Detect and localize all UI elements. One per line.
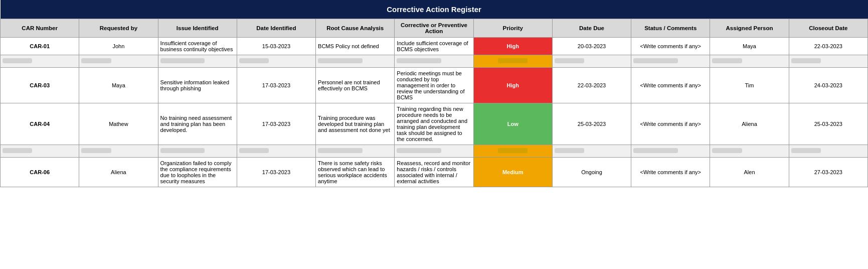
header-corrective-action: Corrective or Preventive Action [395,19,473,38]
priority-cell: High [473,38,552,55]
root-cause-cell: Training procedure was developed but tra… [316,103,395,145]
root-cause-cell: BCMS Policy not defined [316,38,395,55]
issue-cell: Organization failed to comply the compli… [158,158,237,187]
table-body: CAR-01JohnInsufficient coverage of busin… [1,38,868,187]
status-cell: <Write comments if any> [631,158,710,187]
requested-by-cell: Mathew [79,103,158,145]
closeout-cell: 27-03-2023 [789,158,867,187]
blurred-cell [158,145,237,158]
header-car-number: CAR Number [1,19,79,38]
date-due-cell: 25-03-2023 [552,103,631,145]
closeout-cell: 25-03-2023 [789,103,867,145]
issue-cell: Insufficient coverage of business contin… [158,38,237,55]
assigned-cell: Alen [710,158,789,187]
status-cell: <Write comments if any> [631,68,710,103]
status-cell: <Write comments if any> [631,103,710,145]
issue-cell: Sensitive information leaked through phi… [158,68,237,103]
blurred-cell [789,55,867,68]
corrective-action-cell: Reassess, record and monitor hazards / r… [395,158,473,187]
car-number-cell: CAR-04 [1,103,79,145]
date-cell: 17-03-2023 [237,68,315,103]
header-status-comments: Status / Comments [631,19,710,38]
blurred-cell [316,145,395,158]
root-cause-cell: There is some safety risks observed whic… [316,158,395,187]
date-cell: 17-03-2023 [237,103,315,145]
header-closeout-date: Closeout Date [789,19,867,38]
table-row [1,55,868,68]
closeout-cell: 22-03-2023 [789,38,867,55]
table-row: CAR-04MathewNo training need assessment … [1,103,868,145]
closeout-cell: 24-03-2023 [789,68,867,103]
car-number-cell: CAR-06 [1,158,79,187]
table-title: Corrective Action Register [1,0,868,19]
blurred-cell [1,55,79,68]
table-row: CAR-06AlienaOrganization failed to compl… [1,158,868,187]
blurred-cell [789,145,867,158]
blurred-cell [710,145,789,158]
table-row [1,145,868,158]
header-priority: Priority [473,19,552,38]
date-due-cell: 20-03-2023 [552,38,631,55]
blurred-cell [79,145,158,158]
requested-by-cell: John [79,38,158,55]
table-row: CAR-03MayaSensitive information leaked t… [1,68,868,103]
title-row: Corrective Action Register [1,0,868,19]
blurred-cell [552,145,631,158]
blurred-cell [237,145,315,158]
header-date-identified: Date Identified [237,19,315,38]
issue-cell: No training need assessment and training… [158,103,237,145]
header-issue-identified: Issue Identified [158,19,237,38]
blurred-cell [552,55,631,68]
car-number-cell: CAR-03 [1,68,79,103]
requested-by-cell: Maya [79,68,158,103]
requested-by-cell: Aliena [79,158,158,187]
corrective-action-cell: Include sufficient coverage of BCMS obje… [395,38,473,55]
date-cell: 17-03-2023 [237,158,315,187]
assigned-cell: Aliena [710,103,789,145]
assigned-cell: Tim [710,68,789,103]
corrective-action-cell: Training regarding this new procedure ne… [395,103,473,145]
priority-cell: Low [473,103,552,145]
header-requested-by: Requested by [79,19,158,38]
date-cell: 15-03-2023 [237,38,315,55]
blurred-cell [631,55,710,68]
blurred-cell [473,55,552,68]
header-root-cause: Root Cause Analysis [316,19,395,38]
blurred-cell [316,55,395,68]
date-due-cell: 22-03-2023 [552,68,631,103]
table-row: CAR-01JohnInsufficient coverage of busin… [1,38,868,55]
corrective-action-register: Corrective Action Register CAR Number Re… [0,0,868,187]
header-row: CAR Number Requested by Issue Identified… [1,19,868,38]
date-due-cell: Ongoing [552,158,631,187]
blurred-cell [1,145,79,158]
blurred-cell [237,55,315,68]
status-cell: <Write comments if any> [631,38,710,55]
blurred-cell [395,55,473,68]
priority-cell: Medium [473,158,552,187]
blurred-cell [473,145,552,158]
root-cause-cell: Personnel are not trained effectively on… [316,68,395,103]
header-date-due: Date Due [552,19,631,38]
blurred-cell [631,145,710,158]
assigned-cell: Maya [710,38,789,55]
priority-cell: High [473,68,552,103]
blurred-cell [158,55,237,68]
corrective-action-cell: Periodic meetings must be conducted by t… [395,68,473,103]
blurred-cell [395,145,473,158]
blurred-cell [79,55,158,68]
car-number-cell: CAR-01 [1,38,79,55]
blurred-cell [710,55,789,68]
header-assigned-person: Assigned Person [710,19,789,38]
